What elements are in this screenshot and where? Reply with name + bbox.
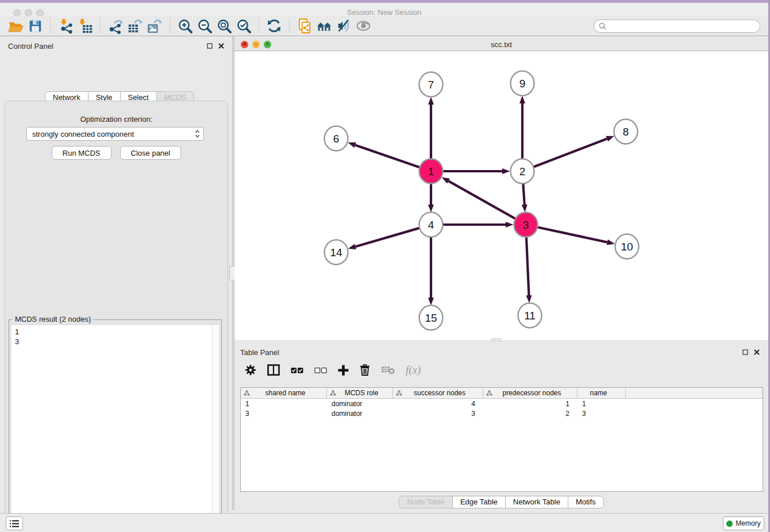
hide-details-icon bbox=[336, 18, 351, 33]
column-header-successor-nodes[interactable]: successor nodes bbox=[393, 388, 483, 398]
open-file-button[interactable] bbox=[6, 17, 25, 34]
main-toolbar bbox=[0, 16, 768, 36]
sort-column-icon bbox=[330, 390, 336, 396]
graph-node-label: 11 bbox=[524, 310, 536, 322]
result-scrollbar[interactable] bbox=[212, 325, 219, 532]
first-neighbors-button[interactable] bbox=[314, 17, 334, 34]
tab-node-table[interactable]: Node Table bbox=[399, 496, 453, 508]
homes-icon bbox=[316, 19, 333, 33]
search-input[interactable] bbox=[609, 22, 755, 30]
import-table-button[interactable] bbox=[75, 17, 95, 34]
control-panel: Control Panel Network Style Select MCDS … bbox=[0, 36, 233, 510]
zoom-in-icon bbox=[178, 18, 193, 34]
export-image-button[interactable] bbox=[145, 17, 164, 34]
graph-edge-1-6[interactable] bbox=[355, 145, 419, 167]
memory-status-icon bbox=[726, 521, 733, 527]
tab-network-table[interactable]: Network Table bbox=[505, 496, 568, 508]
optimization-criterion-label: Optimization criterion: bbox=[5, 115, 228, 124]
graph-node-label: 6 bbox=[333, 133, 340, 145]
cell-predecessor-nodes: 1 bbox=[483, 400, 578, 408]
mcds-buttons-row: Run MCDS Close panel bbox=[5, 146, 228, 160]
delete-table-button[interactable] bbox=[381, 365, 395, 375]
columns-icon bbox=[267, 364, 280, 376]
tab-edge-table[interactable]: Edge Table bbox=[452, 496, 506, 508]
export-network-icon bbox=[108, 18, 124, 34]
float-table-panel-button[interactable] bbox=[741, 348, 750, 357]
import-network-button[interactable] bbox=[56, 17, 75, 34]
table-settings-button[interactable] bbox=[245, 364, 256, 376]
zoom-in-button[interactable] bbox=[175, 17, 195, 34]
save-session-button[interactable] bbox=[25, 17, 45, 34]
graph-node-label: 9 bbox=[519, 78, 526, 90]
task-history-button[interactable] bbox=[6, 516, 23, 530]
column-header-MCDS-role[interactable]: MCDS role bbox=[327, 388, 393, 398]
network-window-titlebar[interactable]: ✕ − + scc.txt bbox=[234, 38, 768, 51]
hide-graphics-details-button[interactable] bbox=[334, 17, 353, 34]
graph-node-label: 1 bbox=[428, 165, 434, 178]
deselect-all-columns-button[interactable] bbox=[314, 367, 327, 373]
zoom-fit-button[interactable] bbox=[214, 17, 234, 34]
graph-edge-2-3[interactable] bbox=[523, 183, 524, 205]
network-graph[interactable]: 7 9 6 8 1 2 4 3 14 10 15 11 bbox=[234, 51, 768, 340]
criterion-dropdown[interactable]: strongly connected component bbox=[26, 127, 204, 141]
select-all-columns-button[interactable] bbox=[291, 367, 303, 373]
graph-edge-4-14[interactable] bbox=[356, 228, 419, 246]
graph-node-label: 8 bbox=[623, 126, 629, 138]
toolbar-separator bbox=[259, 18, 259, 33]
zoom-selected-icon bbox=[236, 18, 252, 34]
column-header-name[interactable]: name bbox=[578, 388, 626, 398]
mcds-result-title: MCDS result (2 nodes) bbox=[13, 315, 93, 323]
trash-icon bbox=[360, 364, 370, 376]
node-table[interactable]: shared name MCDS role successor nodes pr… bbox=[240, 387, 763, 492]
sort-column-icon bbox=[396, 390, 402, 396]
graph-edge-3-11[interactable] bbox=[526, 237, 529, 295]
toolbar-separator bbox=[100, 18, 101, 33]
column-header-shared-name[interactable]: shared name bbox=[241, 388, 327, 398]
show-column-panel-button[interactable] bbox=[267, 364, 280, 376]
graph-edge-3-10[interactable] bbox=[538, 227, 607, 242]
float-icon bbox=[742, 349, 748, 355]
cell-name: 3 bbox=[578, 410, 626, 418]
sort-column-icon bbox=[244, 390, 250, 396]
table-header-row: shared name MCDS role successor nodes pr… bbox=[241, 388, 763, 399]
close-panel-button[interactable] bbox=[217, 41, 226, 51]
close-panel-push-button[interactable]: Close panel bbox=[120, 146, 182, 160]
cell-successor-nodes: 4 bbox=[393, 400, 483, 408]
cell-shared-name: 3 bbox=[241, 410, 327, 418]
tab-motifs[interactable]: Motifs bbox=[568, 496, 604, 508]
zoom-out-button[interactable] bbox=[195, 17, 214, 34]
export-network-button[interactable] bbox=[106, 17, 125, 34]
new-network-from-selection-button[interactable] bbox=[295, 17, 314, 34]
main-titlebar: Session: New Session bbox=[0, 3, 768, 16]
float-panel-button[interactable] bbox=[205, 41, 214, 51]
run-mcds-button[interactable]: Run MCDS bbox=[52, 146, 111, 160]
result-line: 3 bbox=[15, 337, 219, 346]
table-row[interactable]: 3dominator323 bbox=[241, 408, 763, 418]
graph-edge-3-1[interactable] bbox=[448, 181, 515, 219]
float-icon bbox=[207, 43, 213, 49]
criterion-value: strongly connected component bbox=[32, 130, 134, 138]
function-builder-button[interactable]: f(x) bbox=[406, 364, 421, 376]
table-body: 1dominator4113dominator323 bbox=[241, 399, 763, 418]
show-graphics-details-button[interactable] bbox=[353, 17, 373, 34]
delete-columns-button[interactable] bbox=[360, 364, 370, 376]
mcds-panel-body: Optimization criterion: strongly connect… bbox=[5, 101, 228, 532]
column-header-predecessor-nodes[interactable]: predecessor nodes bbox=[483, 388, 578, 398]
network-canvas[interactable]: 7 9 6 8 1 2 4 3 14 10 15 11 bbox=[234, 51, 768, 340]
result-line: 1 bbox=[15, 327, 219, 337]
horizontal-splitter-grip[interactable] bbox=[491, 338, 502, 341]
table-panel-title: Table Panel bbox=[240, 348, 279, 357]
apply-layout-button[interactable] bbox=[264, 17, 284, 34]
zoom-selected-button[interactable] bbox=[234, 17, 253, 34]
memory-button[interactable]: Memory bbox=[723, 516, 764, 530]
mcds-result-textarea[interactable]: 13 bbox=[11, 325, 219, 532]
close-table-panel-button[interactable] bbox=[752, 348, 761, 357]
network-view-title: scc.txt bbox=[234, 40, 768, 49]
table-row[interactable]: 1dominator411 bbox=[241, 399, 763, 408]
delete-table-icon bbox=[381, 365, 395, 375]
cell-name: 1 bbox=[578, 400, 626, 408]
create-new-column-button[interactable] bbox=[338, 365, 349, 376]
export-table-button[interactable] bbox=[125, 17, 145, 34]
graph-edge-2-8[interactable] bbox=[534, 139, 607, 167]
search-box[interactable] bbox=[594, 20, 760, 33]
